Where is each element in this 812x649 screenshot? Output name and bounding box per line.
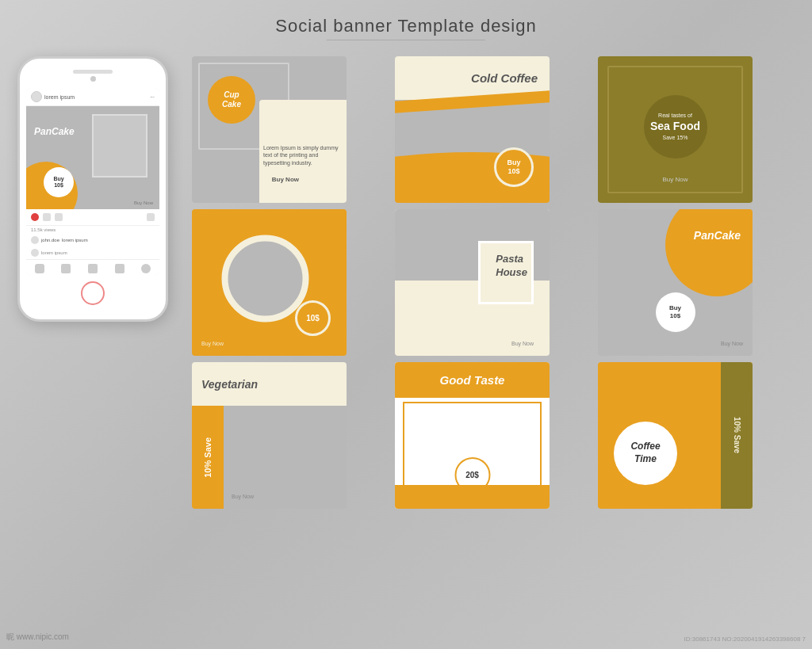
card3-buynow[interactable]: Buy Now — [662, 176, 688, 183]
phone-actions — [26, 209, 159, 225]
phone-comment-2: lorem ipsum — [26, 246, 159, 259]
phone-camera — [90, 76, 96, 82]
phone-topbar: lorem ipsum ··· — [26, 88, 159, 106]
card1-badge: Cup Cake — [208, 76, 255, 124]
card7-sidebar: 10% Save — [192, 406, 224, 509]
card3-seafood: Sea Food — [650, 119, 700, 133]
commenter2-avatar — [31, 249, 39, 257]
card2-price: 10$ — [508, 167, 519, 176]
heart-nav-icon[interactable] — [115, 264, 124, 273]
page-title: Social banner Template design — [275, 16, 536, 36]
phone-speaker — [73, 70, 113, 74]
phone-post-image: PanCake Buy 10$ Buy Now — [26, 106, 159, 209]
search-nav-icon[interactable] — [61, 264, 71, 273]
banner-card-vegetarian: Vegetarian 10% Save Buy Now — [192, 362, 347, 509]
card3-real-tastes: Real tastes of — [658, 112, 692, 119]
card7-buynow[interactable]: Buy Now — [232, 494, 254, 499]
card6-title: PanCake — [694, 229, 741, 242]
home-nav-icon[interactable] — [35, 264, 44, 273]
card2-buy: Buy — [507, 158, 520, 167]
card4-badge: 10$ — [295, 300, 331, 336]
card9-time: Time — [634, 453, 657, 466]
commenter2-text: lorem ipsum — [41, 250, 67, 255]
banner-card-goodtaste: Good Taste 20$ — [395, 362, 550, 509]
phone-body: lorem ipsum ··· PanCake Buy 10$ Buy Now — [17, 56, 168, 322]
comment-icon[interactable] — [43, 213, 51, 221]
card6-circle — [665, 209, 753, 296]
card4-buynow[interactable]: Buy Now — [201, 341, 224, 346]
card9-circle: Coffee Time — [614, 422, 677, 485]
profile-nav-icon[interactable] — [141, 264, 151, 273]
card1-line2: Cake — [222, 100, 241, 109]
card8-price: 20$ — [465, 471, 479, 479]
card1-line1: Cup — [224, 90, 239, 100]
card1-buynow[interactable]: Buy Now — [272, 176, 299, 183]
card8-top: Good Taste — [395, 362, 550, 398]
card5-buynow[interactable]: Buy Now — [511, 341, 534, 346]
phone-post-rect — [92, 114, 147, 178]
banner-card-cupcake: Cup Cake Lorem Ipsum is simply dummy tex… — [192, 56, 347, 203]
bookmark-icon[interactable] — [147, 213, 155, 221]
phone-post-title: PanCake — [34, 126, 75, 137]
banner-card-coldcoffee: Cold Coffee Buy 10$ — [395, 56, 550, 203]
banner-card-pancake: PanCake Buy 10$ Buy Now — [598, 209, 753, 356]
main-content: lorem ipsum ··· PanCake Buy 10$ Buy Now — [17, 56, 795, 509]
like-icon[interactable] — [31, 213, 39, 221]
card6-price: 10$ — [670, 312, 680, 320]
card2-badge: Buy 10$ — [494, 147, 534, 187]
phone-user-avatar — [31, 91, 42, 102]
card5-text: PastaHouse — [496, 253, 527, 280]
card9-save-text: 10% Save — [733, 417, 741, 453]
share-icon[interactable] — [55, 213, 63, 221]
phone-home-button[interactable] — [81, 281, 105, 305]
banner-card-circle: 10$ Buy Now — [192, 209, 347, 356]
banner-card-pasta: PastaHouse Buy Now — [395, 209, 550, 356]
card4-circle — [221, 235, 308, 322]
banner-grid: Cup Cake Lorem Ipsum is simply dummy tex… — [192, 56, 795, 509]
title-divider — [327, 40, 485, 40]
phone-buy-badge: Buy 10$ — [44, 167, 74, 197]
comment-text: lorem ipsum — [62, 238, 88, 242]
phone-price: 10$ — [54, 182, 63, 189]
card8-strip — [395, 485, 550, 509]
card3-circle: Real tastes of Sea Food Save 15% — [644, 95, 707, 158]
card4-price: 10$ — [306, 314, 320, 323]
watermark-id: ID:30861743 NO:2020041914263398608 7 — [684, 636, 806, 643]
phone-screen: lorem ipsum ··· PanCake Buy 10$ Buy Now — [26, 88, 159, 275]
phone-stats: 11.5k views — [26, 225, 159, 234]
card3-save: Save 15% — [663, 134, 688, 141]
commenter-avatar — [31, 236, 39, 244]
card9-coffee: Coffee — [630, 441, 660, 453]
phone-mockup: lorem ipsum ··· PanCake Buy 10$ Buy Now — [17, 56, 176, 322]
commenter-name: john.doe — [41, 238, 59, 242]
card6-buy: Buy — [669, 304, 681, 312]
phone-menu-dots[interactable]: ··· — [150, 94, 155, 100]
phone-views: 11.5k views — [31, 227, 56, 232]
banner-card-coffeetime: 10% Save Coffee Time — [598, 362, 753, 509]
card9-sidebar: 10% Save — [721, 362, 753, 509]
card8-title: Good Taste — [440, 373, 505, 387]
phone-action-icons — [31, 213, 63, 221]
watermark-logo: 昵 www.nipic.com — [6, 632, 69, 643]
phone-buy-now[interactable]: Buy Now — [134, 200, 153, 205]
card2-title: Cold Coffee — [471, 71, 538, 85]
phone-bottom-nav — [26, 259, 159, 275]
card7-save-text: 10% Save — [203, 437, 213, 478]
phone-buy-label: Buy — [53, 176, 63, 182]
watermark-id-text: ID:30861743 NO:2020041914263398608 7 — [684, 636, 806, 643]
card1-description: Lorem Ipsum is simply dummy text of the … — [263, 144, 339, 167]
card7-top: Vegetarian — [192, 362, 347, 406]
watermark-text: 昵 www.nipic.com — [6, 632, 69, 643]
phone-topbar-left: lorem ipsum — [31, 91, 75, 102]
card6-buynow[interactable]: Buy Now — [721, 341, 743, 346]
phone-username: lorem ipsum — [44, 94, 75, 100]
phone-comment: john.doe lorem ipsum — [26, 234, 159, 246]
card6-badge: Buy 10$ — [656, 292, 695, 332]
banner-card-seafood: Real tastes of Sea Food Save 15% Buy Now — [598, 56, 753, 203]
card7-title: Vegetarian — [201, 378, 258, 391]
camera-nav-icon[interactable] — [88, 264, 98, 273]
